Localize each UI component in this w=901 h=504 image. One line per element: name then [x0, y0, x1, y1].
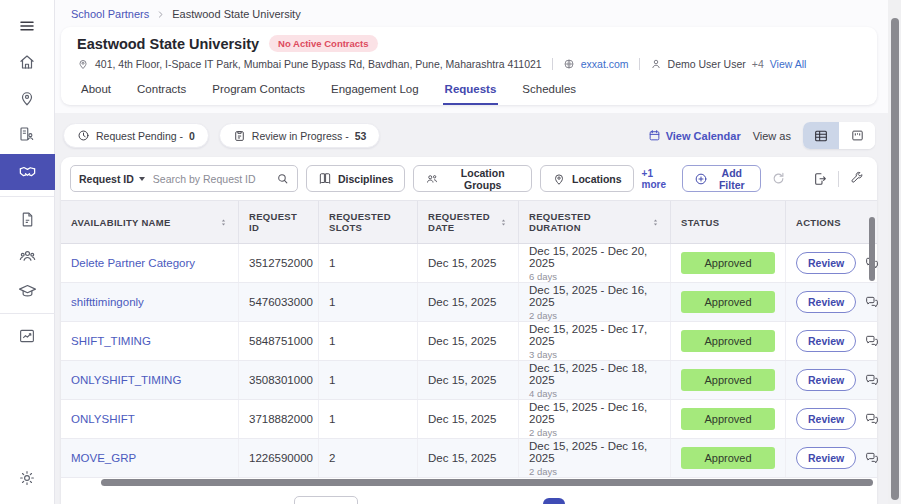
actions-cell: Review [786, 244, 864, 282]
review-button[interactable]: Review [796, 447, 856, 469]
requested-date-cell: Dec 15, 2025 [418, 400, 519, 438]
comments-icon[interactable] [864, 333, 880, 349]
comments-icon[interactable] [864, 411, 880, 427]
column-header-request-id: REQUEST ID [239, 201, 319, 243]
search-input[interactable] [151, 172, 270, 186]
requested-duration-cell: Dec 15, 2025 - Dec 16, 2025 2 days [519, 439, 671, 477]
comments-icon[interactable] [864, 372, 880, 388]
sidebar-item-reports[interactable] [0, 320, 55, 352]
sidebar-item-documents[interactable] [0, 203, 55, 235]
book-icon [318, 172, 332, 186]
sort-icon[interactable] [499, 218, 508, 227]
requested-date-cell: Dec 15, 2025 [418, 283, 519, 321]
horizontal-scrollbar-thumb[interactable] [101, 479, 873, 486]
status-cell: Approved [671, 439, 786, 477]
export-icon[interactable] [812, 171, 828, 187]
tab-engagement-log[interactable]: Engagement Log [329, 79, 421, 105]
availability-name-link[interactable]: MOVE_GRP [61, 439, 239, 477]
request-pending-count: 0 [189, 130, 195, 142]
tab-schedules[interactable]: Schedules [520, 79, 578, 105]
column-header-status: STATUS [671, 201, 786, 243]
duration-days: 6 days [529, 271, 557, 282]
divider [838, 171, 839, 187]
chevron-right-icon [156, 10, 165, 19]
tab-contracts[interactable]: Contracts [135, 79, 188, 105]
requested-slots-cell: 1 [319, 322, 418, 360]
comments-icon[interactable] [864, 294, 880, 310]
table-vertical-scrollbar-thumb[interactable] [869, 217, 875, 281]
refresh-icon[interactable] [771, 171, 786, 186]
search-icon[interactable] [276, 172, 289, 185]
disciplines-filter-button[interactable]: Disciplines [306, 165, 405, 192]
column-header-availability-name[interactable]: AVAILABILITY NAME [61, 201, 239, 243]
requested-duration-cell: Dec 15, 2025 - Dec 20, 2025 6 days [519, 244, 671, 282]
duration-days: 2 days [529, 427, 557, 438]
sidebar-item-partnerships[interactable] [0, 154, 55, 190]
review-button[interactable]: Review [796, 291, 856, 313]
left-sidebar [0, 0, 55, 504]
tab-requests[interactable]: Requests [443, 79, 499, 105]
people-pair-icon [425, 172, 439, 186]
requests-toolbar: Request Pending - 0 Review in Progress -… [61, 122, 877, 149]
availability-name-link[interactable]: ONLYSHIFT [61, 400, 239, 438]
board-view-toggle[interactable] [839, 122, 875, 149]
table-row: ONLYSHIFT 3718882000 1 Dec 15, 2025 Dec … [61, 400, 877, 439]
search-field-dropdown[interactable]: Request ID [79, 173, 145, 185]
status-cell: Approved [671, 400, 786, 438]
sidebar-item-home[interactable] [0, 46, 55, 78]
status-cell: Approved [671, 361, 786, 399]
sidebar-item-cohorts[interactable] [0, 239, 55, 271]
sort-icon[interactable] [219, 218, 228, 227]
items-per-page-select[interactable]: 50 [294, 496, 358, 504]
page-number-1[interactable]: 1 [543, 498, 565, 504]
more-filters-link[interactable]: +1 more [642, 168, 673, 190]
availability-name-link[interactable]: ONLYSHIFT_TIMING [61, 361, 239, 399]
breadcrumb-parent-link[interactable]: School Partners [71, 8, 149, 20]
wrench-icon[interactable] [849, 171, 864, 186]
request-id-cell: 3718882000 [239, 400, 319, 438]
menu-toggle-button[interactable] [0, 10, 55, 42]
column-header-requested-date[interactable]: REQUESTED DATE [418, 201, 519, 243]
review-button[interactable]: Review [796, 369, 856, 391]
view-all-link[interactable]: View All [770, 58, 807, 70]
sidebar-item-partner-directory[interactable] [0, 118, 55, 150]
review-button[interactable]: Review [796, 408, 856, 430]
page-scrollbar-thumb[interactable] [891, 18, 899, 500]
pin-icon [552, 172, 566, 186]
location-groups-filter-button[interactable]: Location Groups [413, 165, 532, 192]
column-header-requested-duration[interactable]: REQUESTED DURATION [519, 201, 671, 243]
comments-icon[interactable] [864, 450, 880, 466]
partner-website-link[interactable]: exxat.com [581, 58, 629, 70]
sidebar-item-locations[interactable] [0, 82, 55, 114]
sidebar-item-academics[interactable] [0, 275, 55, 307]
table-header-row: AVAILABILITY NAME REQUEST ID REQUESTED S… [61, 200, 877, 244]
request-id-cell: 5476033000 [239, 283, 319, 321]
locations-filter-button[interactable]: Locations [540, 165, 634, 192]
view-calendar-button[interactable]: View Calendar [648, 129, 741, 142]
actions-cell: Review [786, 322, 864, 360]
status-cell: Approved [671, 283, 786, 321]
requested-slots-cell: 1 [319, 361, 418, 399]
availability-name-link[interactable]: shifttimingonly [61, 283, 239, 321]
handshake-icon [18, 163, 37, 182]
tab-program-contacts[interactable]: Program Contacts [210, 79, 307, 105]
status-badge: Approved [681, 369, 775, 391]
sidebar-item-settings[interactable] [0, 462, 55, 494]
partner-address: 401, 4th Floor, I-Space IT Park, Mumbai … [95, 58, 542, 70]
page-navigation: « ‹ 1 2 3 4 5 ... › » [506, 498, 726, 504]
request-pending-pill[interactable]: Request Pending - 0 [63, 123, 209, 148]
availability-name-link[interactable]: Delete Partner Category [61, 244, 239, 282]
review-button[interactable]: Review [796, 330, 856, 352]
tab-about[interactable]: About [79, 79, 113, 105]
top-zone: School Partners Eastwood State Universit… [55, 0, 901, 113]
status-cell: Approved [671, 244, 786, 282]
sort-icon[interactable] [651, 218, 660, 227]
table-view-toggle[interactable] [803, 122, 839, 149]
request-id-cell: 1226590000 [239, 439, 319, 477]
status-badge: Approved [681, 330, 775, 352]
review-in-progress-pill[interactable]: Review in Progress - 53 [219, 123, 381, 148]
status-badge: Approved [681, 408, 775, 430]
review-button[interactable]: Review [796, 252, 856, 274]
add-filter-button[interactable]: Add Filter [682, 165, 761, 192]
availability-name-link[interactable]: SHIFT_TIMING [61, 322, 239, 360]
